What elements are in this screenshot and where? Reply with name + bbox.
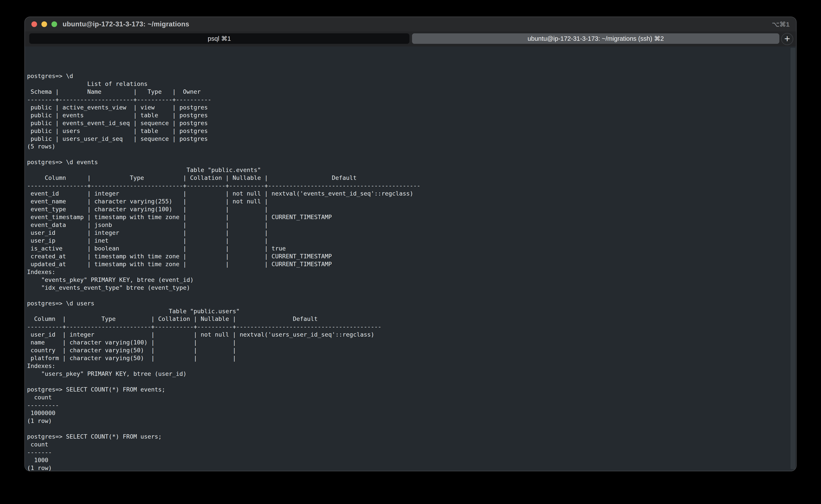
tab-bar: psql ⌘1 ubuntu@ip-172-31-3-173: ~/migrat… xyxy=(25,31,796,46)
close-button[interactable] xyxy=(31,21,37,27)
tab-psql[interactable]: psql ⌘1 xyxy=(29,33,409,44)
terminal-screen[interactable]: postgres=> \d List of relations Schema |… xyxy=(25,46,796,471)
desktop-background: { "window": { "title": "ubuntu@ip-172-31… xyxy=(0,0,821,504)
scrollbar-thumb[interactable] xyxy=(790,48,795,469)
terminal-window: ubuntu@ip-172-31-3-173: ~/migrations ⌥⌘1… xyxy=(24,17,797,471)
minimize-button[interactable] xyxy=(41,21,47,27)
traffic-lights xyxy=(31,17,57,31)
terminal-scrollback: postgres=> \d List of relations Schema |… xyxy=(27,72,787,471)
terminal-output: postgres=> \d List of relations Schema |… xyxy=(25,46,787,471)
window-title: ubuntu@ip-172-31-3-173: ~/migrations xyxy=(63,17,189,31)
window-shortcut-hint: ⌥⌘1 xyxy=(772,17,790,31)
new-tab-button[interactable]: + xyxy=(781,33,793,45)
window-titlebar: ubuntu@ip-172-31-3-173: ~/migrations ⌥⌘1 xyxy=(25,17,796,31)
tab-ssh-migrations[interactable]: ubuntu@ip-172-31-3-173: ~/migrations (ss… xyxy=(412,33,779,44)
zoom-button[interactable] xyxy=(51,21,57,27)
